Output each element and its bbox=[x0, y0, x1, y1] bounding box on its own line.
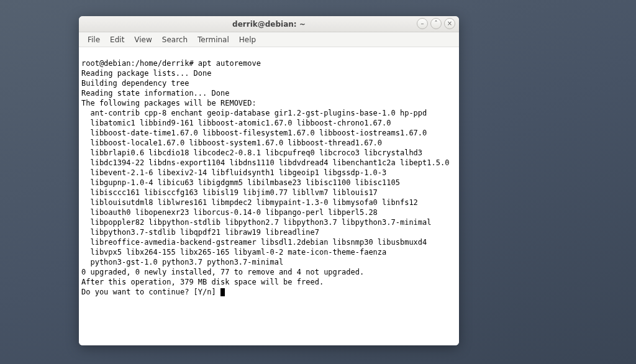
terminal-line: libvpx5 libx264-155 libx265-165 libyaml-… bbox=[81, 248, 386, 257]
terminal-line: libboost-locale1.67.0 libboost-system1.6… bbox=[81, 139, 382, 147]
terminal-line: libpython3.7-stdlib libqpdf21 libraw19 l… bbox=[81, 228, 319, 237]
terminal-line: Building dependency tree bbox=[81, 79, 189, 88]
terminal-line: After this operation, 379 MB disk space … bbox=[81, 278, 324, 286]
terminal-line: Reading state information... Done bbox=[81, 89, 229, 98]
terminal-output[interactable]: root@debian:/home/derrik# apt autoremove… bbox=[79, 47, 459, 345]
menu-search[interactable]: Search bbox=[157, 34, 193, 46]
menubar: File Edit View Search Terminal Help bbox=[79, 32, 459, 47]
terminal-line: liblouisutdml8 liblwres161 libmpdec2 lib… bbox=[81, 198, 418, 207]
terminal-line: libisccc161 libisccfg163 libisl19 libjim… bbox=[81, 188, 378, 197]
terminal-line: libpoppler82 libpython-stdlib libpython2… bbox=[81, 218, 432, 227]
maximize-button[interactable]: ˄ bbox=[430, 18, 442, 29]
menu-help[interactable]: Help bbox=[234, 34, 261, 46]
terminal-line: libgupnp-1.0-4 libicu63 libigdgmm5 libil… bbox=[81, 178, 400, 187]
terminal-line: Reading package lists... Done bbox=[81, 69, 212, 78]
terminal-line: libbrlapi0.6 libcdio18 libcodec2-0.8.1 l… bbox=[81, 148, 422, 157]
window-titlebar[interactable]: derrik@debian: ~ – ˄ × bbox=[79, 16, 459, 32]
window-controls: – ˄ × bbox=[417, 18, 455, 29]
terminal-line: python3-gst-1.0 python3.7 python3.7-mini… bbox=[81, 258, 283, 266]
terminal-line: 0 upgraded, 0 newly installed, 77 to rem… bbox=[81, 268, 364, 276]
close-button[interactable]: × bbox=[444, 18, 455, 29]
terminal-line: ant-contrib cpp-8 enchant geoip-database… bbox=[81, 109, 427, 117]
terminal-line: libboost-date-time1.67.0 libboost-filesy… bbox=[81, 129, 427, 137]
menu-view[interactable]: View bbox=[129, 34, 157, 46]
terminal-line: libevent-2.1-6 libexiv2-14 libfluidsynth… bbox=[81, 168, 386, 177]
window-title: derrik@debian: ~ bbox=[79, 20, 459, 29]
terminal-line: Do you want to continue? [Y/n] bbox=[81, 288, 220, 296]
terminal-cursor bbox=[220, 288, 225, 296]
terminal-window: derrik@debian: ~ – ˄ × File Edit View Se… bbox=[79, 16, 459, 345]
menu-file[interactable]: File bbox=[83, 34, 105, 46]
terminal-line: root@debian:/home/derrik# apt autoremove bbox=[81, 59, 261, 68]
terminal-line: libatomic1 libbind9-161 libboost-atomic1… bbox=[81, 119, 391, 127]
terminal-line: liboauth0 libopenexr23 liborcus-0.14-0 l… bbox=[81, 208, 378, 217]
terminal-line: libdc1394-22 libdns-export1104 libdns111… bbox=[81, 158, 449, 167]
menu-edit[interactable]: Edit bbox=[105, 34, 129, 46]
menu-terminal[interactable]: Terminal bbox=[193, 34, 234, 46]
terminal-line: The following packages will be REMOVED: bbox=[81, 99, 257, 107]
terminal-line: libreoffice-avmedia-backend-gstreamer li… bbox=[81, 238, 427, 247]
minimize-button[interactable]: – bbox=[417, 18, 428, 29]
